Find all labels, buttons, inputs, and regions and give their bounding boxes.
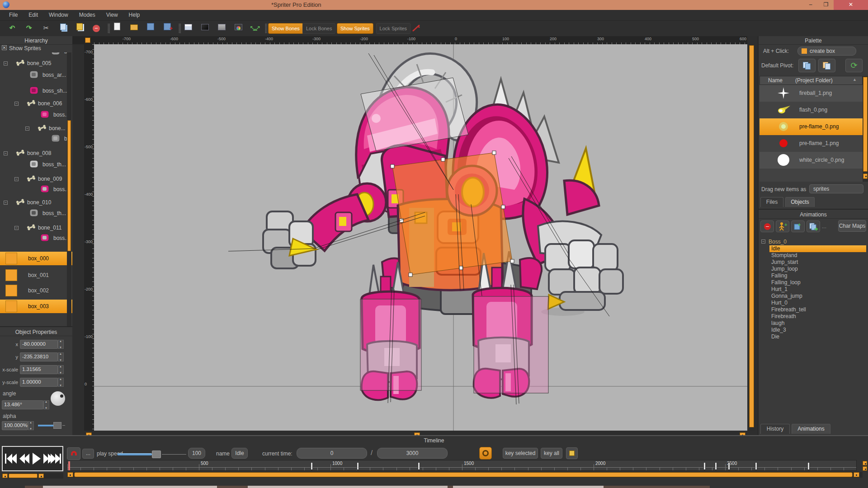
toggle-show-bones[interactable]: Show Bones [268, 23, 303, 34]
timeline-more-button[interactable]: ... [82, 449, 94, 459]
snap-magnet-button[interactable] [67, 447, 80, 460]
toggle-lock-bones[interactable]: Lock Bones [302, 23, 335, 34]
y-scale-spinner[interactable] [58, 378, 64, 387]
palette-scrollbar[interactable] [863, 76, 868, 182]
animation-falling[interactable]: Falling [769, 272, 866, 279]
canvas[interactable] [94, 44, 747, 431]
palette-file-white_circle_0.png[interactable]: white_circle_0.png [760, 152, 863, 169]
playback-scrollbar[interactable] [2, 473, 63, 479]
menu-help[interactable]: Help [123, 10, 146, 20]
animation-jump_loop[interactable]: Jump_loop [769, 266, 866, 272]
timeline-ruler[interactable]: 5001000150020002500 [67, 460, 857, 471]
paste-icon[interactable] [74, 23, 85, 34]
cut-icon[interactable]: ✂ [40, 23, 52, 34]
menu-modes[interactable]: Modes [74, 10, 101, 20]
palette-file-pre-flame_1.png[interactable]: pre-flame_1.png [760, 135, 863, 152]
bone-tool-icon[interactable] [412, 25, 420, 32]
alpha-slider-track[interactable] [38, 425, 53, 427]
keyframe-marker[interactable] [311, 462, 313, 470]
key-selected-button[interactable]: key selected [503, 448, 538, 459]
open-folder-icon[interactable] [128, 23, 140, 34]
char-maps-button[interactable]: Char Maps [838, 220, 866, 232]
animation-falling_loop[interactable]: Falling_loop [769, 279, 866, 286]
angle-dial[interactable] [51, 391, 65, 406]
tree-item-b[interactable]: b... [0, 52, 72, 60]
tab-animations[interactable]: Animations [792, 424, 830, 434]
tree-item-boss_th[interactable]: boss_th... [0, 210, 72, 221]
animation-die[interactable]: Die [769, 333, 866, 340]
pivot-paste-button[interactable] [818, 59, 835, 72]
tree-item-boss_th[interactable]: boss_th... [0, 161, 72, 173]
tree-item-box_001[interactable]: box_001 [0, 268, 72, 282]
tree-item-boss[interactable]: boss... [0, 111, 72, 123]
animation-hurt_0[interactable]: Hurt_0 [769, 300, 866, 306]
y-spinner[interactable] [58, 352, 64, 361]
tree-item-boss_sh[interactable]: boss_sh... [0, 87, 72, 99]
tree-item-b[interactable]: b... [0, 135, 72, 147]
loop-button[interactable] [479, 447, 492, 460]
keyframe-marker[interactable] [715, 462, 717, 470]
window-layout2-icon[interactable] [199, 23, 211, 34]
animation-firebreath_tell[interactable]: Firebreath_tell [769, 306, 866, 313]
play-speed-value[interactable]: 100 [188, 448, 205, 459]
tree-item-box_002[interactable]: box_002 [0, 284, 72, 297]
x-field[interactable]: -80.00000 [20, 340, 58, 349]
menu-window[interactable]: Window [43, 10, 74, 20]
new-file-icon[interactable] [111, 23, 123, 34]
tab-history[interactable]: History [760, 424, 790, 434]
tab-files[interactable]: Files [760, 197, 783, 207]
tree-item-boss[interactable]: boss... [0, 186, 72, 197]
angle-field[interactable]: 13.486° [2, 400, 43, 409]
timeline-scrollbar[interactable] [67, 472, 863, 478]
undo-icon[interactable]: ↶ [6, 23, 18, 34]
keyframe-marker[interactable] [418, 462, 420, 470]
x-spinner[interactable] [58, 340, 64, 349]
tree-item-bone_006[interactable]: −bone_006 [0, 100, 72, 112]
animation-idle_3[interactable]: Idle_3 [769, 327, 866, 333]
canvas-vscrollbar[interactable] [748, 44, 755, 431]
animation-hurt_1[interactable]: Hurt_1 [769, 286, 866, 293]
keyframe-marker[interactable] [357, 462, 359, 470]
fullscreen-icon[interactable]: ⤡⤢ [249, 23, 261, 34]
window-layout1-icon[interactable] [182, 23, 194, 34]
play-speed-slider-track[interactable] [118, 453, 152, 455]
create-box-field[interactable]: create box [797, 47, 856, 56]
delete-icon[interactable]: − [90, 23, 102, 34]
drag-items-select[interactable]: sprites [809, 184, 863, 193]
duplicate-animation-button[interactable] [807, 221, 820, 232]
palette-file-pre-flame_0.png[interactable]: pre-flame_0.png [760, 118, 863, 135]
tab-objects[interactable]: Objects [785, 197, 815, 207]
hierarchy-scrollbar[interactable] [67, 52, 71, 348]
restore-button[interactable]: ❐ [818, 0, 834, 10]
menu-view[interactable]: View [101, 10, 123, 20]
angle-spinner[interactable] [43, 400, 49, 409]
animation-jump_start[interactable]: Jump_start [769, 259, 866, 266]
tree-item-boss[interactable]: boss... [0, 235, 72, 246]
tree-item-boss_ar[interactable]: boss_ar... [0, 71, 72, 83]
palette-file-flash_0.png[interactable]: flash_0.png [760, 102, 863, 118]
window-image-icon[interactable] [232, 23, 244, 34]
play-speed-slider-handle[interactable] [152, 450, 161, 458]
total-time-field[interactable]: 3000 [377, 448, 448, 459]
animation-stompland[interactable]: Stompland [769, 252, 866, 259]
keyframe-marker[interactable] [755, 462, 757, 470]
alpha-slider-handle[interactable] [53, 422, 61, 429]
alpha-spinner[interactable] [28, 421, 34, 430]
alpha-field[interactable]: 100.000% [2, 421, 28, 430]
sound-key-button[interactable] [566, 447, 578, 459]
pivot-copy-button[interactable] [798, 59, 816, 72]
tree-item-box_000[interactable]: box_000 [0, 252, 72, 265]
toggle-lock-sprites[interactable]: Lock Sprites [376, 23, 411, 34]
key-all-button[interactable]: key all [541, 448, 562, 459]
current-time-field[interactable]: 0 [297, 448, 367, 459]
palette-file-fireball_1.png[interactable]: fireball_1.png [760, 85, 863, 102]
show-sprites-checkbox[interactable]: ✕ [2, 45, 7, 50]
close-button[interactable]: ✕ [834, 0, 868, 10]
pivot-refresh-button[interactable]: ⟳ [845, 59, 863, 72]
tree-item-box_003[interactable]: box_003 [0, 300, 72, 313]
animation-name-field[interactable]: Idle [231, 448, 248, 459]
redo-icon[interactable]: ↷ [23, 23, 35, 34]
palette-list-header[interactable]: Name (Project Folder) ▲ [760, 76, 863, 85]
y-scale-field[interactable]: 1.00000 [20, 378, 58, 387]
playback-icons[interactable] [3, 447, 62, 470]
